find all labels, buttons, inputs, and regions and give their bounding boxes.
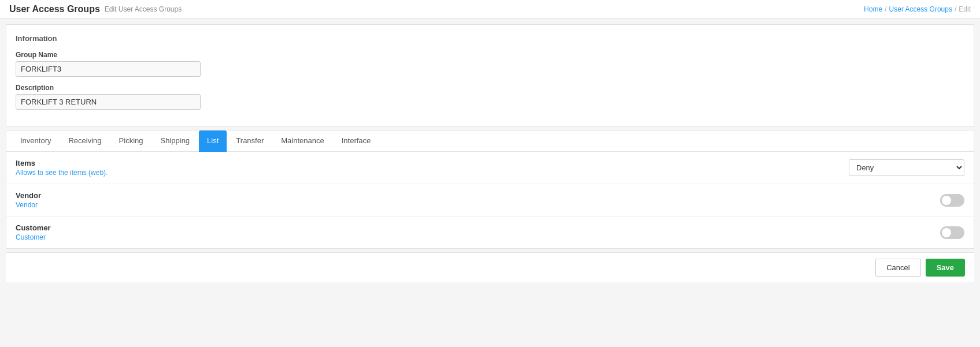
- permission-row-customer: Customer Customer: [6, 217, 974, 248]
- page-subtitle: Edit User Access Groups: [105, 5, 182, 13]
- cancel-button[interactable]: Cancel: [875, 259, 920, 277]
- breadcrumb-sep1: /: [885, 5, 886, 13]
- page-header: User Access Groups Edit User Access Grou…: [0, 0, 980, 18]
- description-label: Description: [16, 84, 964, 92]
- breadcrumb-home[interactable]: Home: [864, 5, 882, 13]
- customer-control[interactable]: [940, 226, 964, 239]
- breadcrumb-current: Edit: [959, 5, 971, 13]
- permission-info-customer: Customer Customer: [16, 223, 51, 241]
- customer-permission-desc: Customer: [16, 233, 51, 241]
- info-section-title: Information: [16, 34, 964, 43]
- vendor-permission-name: Vendor: [16, 191, 41, 200]
- description-input[interactable]: [16, 94, 201, 110]
- header-left: User Access Groups Edit User Access Grou…: [9, 4, 182, 14]
- group-name-group: Group Name: [16, 51, 964, 77]
- permission-info-vendor: Vendor Vendor: [16, 191, 41, 209]
- breadcrumb-section[interactable]: User Access Groups: [889, 5, 952, 13]
- breadcrumb-sep2: /: [955, 5, 956, 13]
- items-permission-desc: Allows to see the items (web).: [16, 169, 108, 177]
- breadcrumb: Home / User Access Groups / Edit: [864, 5, 971, 13]
- permission-info-items: Items Allows to see the items (web).: [16, 159, 108, 177]
- tab-list[interactable]: List: [199, 130, 227, 152]
- vendor-control[interactable]: [940, 194, 964, 207]
- tab-picking[interactable]: Picking: [111, 130, 151, 152]
- group-name-label: Group Name: [16, 51, 964, 59]
- tab-content: Items Allows to see the items (web). Den…: [6, 152, 974, 248]
- info-section: Information Group Name Description: [6, 24, 974, 126]
- tabs-bar: Inventory Receiving Picking Shipping Lis…: [6, 130, 974, 152]
- permission-row-vendor: Vendor Vendor: [6, 184, 974, 217]
- items-select[interactable]: Deny Allow Read Only: [849, 159, 964, 176]
- tab-transfer[interactable]: Transfer: [228, 130, 272, 152]
- vendor-permission-desc: Vendor: [16, 201, 41, 209]
- permission-row-items: Items Allows to see the items (web). Den…: [6, 152, 974, 184]
- tab-receiving[interactable]: Receiving: [60, 130, 109, 152]
- group-name-input[interactable]: [16, 61, 201, 77]
- tab-inventory[interactable]: Inventory: [12, 130, 59, 152]
- save-button[interactable]: Save: [926, 259, 965, 277]
- tabs-section: Inventory Receiving Picking Shipping Lis…: [6, 130, 974, 249]
- description-group: Description: [16, 84, 964, 110]
- items-permission-name: Items: [16, 159, 108, 167]
- vendor-toggle[interactable]: [940, 194, 964, 207]
- customer-permission-name: Customer: [16, 223, 51, 232]
- footer-bar: Cancel Save: [6, 252, 974, 282]
- tab-interface[interactable]: Interface: [334, 130, 379, 152]
- items-control[interactable]: Deny Allow Read Only: [849, 159, 964, 176]
- tab-maintenance[interactable]: Maintenance: [273, 130, 332, 152]
- vendor-slider: [940, 194, 964, 207]
- tab-shipping[interactable]: Shipping: [153, 130, 198, 152]
- page-title: User Access Groups: [9, 4, 100, 14]
- customer-toggle[interactable]: [940, 226, 964, 239]
- customer-slider: [940, 226, 964, 239]
